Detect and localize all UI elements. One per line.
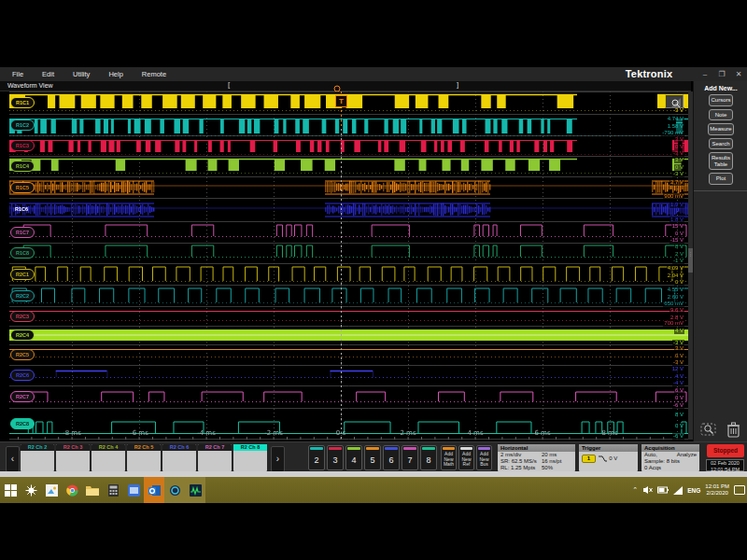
battery-icon[interactable]: [657, 486, 669, 494]
minimize-icon[interactable]: –: [699, 67, 711, 81]
channel-badge-r2c6[interactable]: R2C6: [10, 370, 35, 381]
channel-tab-r2-ch-2[interactable]: R2 Ch 2: [21, 444, 54, 471]
windows-taskbar: ⌃ ENG 12:01 PM 2/2/2020: [0, 477, 747, 503]
taskbar-app-explorer[interactable]: [82, 477, 103, 503]
channel-button-2[interactable]: 2: [308, 445, 325, 470]
trash-icon[interactable]: [723, 421, 743, 438]
tabs-scroll-left-button[interactable]: ‹: [6, 446, 20, 472]
run-stop-button[interactable]: Stopped: [707, 444, 744, 457]
scale-label-r2c6: 12 V: [671, 366, 684, 372]
channel-badge-r1c1[interactable]: R1C1: [10, 97, 35, 108]
scale-label-r2c3: 9.6 V: [669, 307, 684, 314]
menu-file[interactable]: File: [4, 67, 32, 81]
scale-label-r2c1: 0 V: [674, 279, 684, 286]
button-add-new-ref[interactable]: AddNewRef: [458, 445, 474, 470]
close-icon[interactable]: ✕: [733, 67, 744, 81]
trigger-indicator[interactable]: T: [335, 95, 347, 107]
sidebar-buttons: CursorsNoteMeasureSearchResultsTablePlot: [694, 94, 747, 185]
taskbar-app-calculator[interactable]: [103, 477, 123, 503]
zoom-mode-icon[interactable]: [698, 421, 719, 438]
add-new-title: Add New...: [694, 85, 747, 91]
taskbar-app-blue-app[interactable]: [123, 477, 144, 503]
menu-utility[interactable]: Utility: [64, 67, 98, 81]
menu-edit[interactable]: Edit: [34, 67, 63, 81]
scale-label-r1c5: 2.7 V: [669, 179, 684, 186]
channel-tab-r2-ch-6[interactable]: R2 Ch 6: [162, 444, 196, 471]
tray-chevron-icon[interactable]: ⌃: [632, 486, 638, 494]
channel-button-3[interactable]: 3: [327, 445, 344, 470]
channel-badge-r1c8[interactable]: R1C8: [10, 247, 35, 259]
restore-icon[interactable]: ❐: [716, 67, 727, 81]
trigger-panel[interactable]: Trigger 1 0 V: [579, 444, 638, 471]
zoom-bracket-open[interactable]: [: [228, 80, 230, 90]
scale-label-r2c2: 2.60 V: [667, 294, 684, 301]
scale-label-r1c6: 1.9 V: [669, 202, 684, 208]
sidebar-button-plot[interactable]: Plot: [709, 173, 733, 185]
notification-center-icon[interactable]: [734, 485, 745, 495]
menu-remote[interactable]: Remote: [134, 67, 175, 81]
sidebar-button-results[interactable]: ResultsTable: [709, 152, 733, 170]
taskbar-app-sun[interactable]: [21, 477, 41, 503]
horizontal-row: 2 ms/div20 ms: [500, 452, 572, 458]
channel-badge-r2c4[interactable]: R2C4: [10, 329, 35, 341]
channel-tab-r2-ch-4[interactable]: R2 Ch 4: [92, 444, 125, 471]
taskbar-app-round-app[interactable]: [164, 477, 185, 503]
taskbar-clock[interactable]: 12:01 PM 2/2/2020: [705, 483, 729, 497]
horizontal-panel[interactable]: Horizontal 2 ms/div20 msSR: 62.5 MS/s16 …: [498, 444, 575, 471]
scale-label-r2c3: 700 mV: [663, 320, 684, 327]
channel-tab-r2-ch-3[interactable]: R2 Ch 3: [56, 444, 90, 471]
channel-badge-r1c7[interactable]: R1C7: [10, 227, 35, 238]
channel-badge-r2c8[interactable]: R2C8: [10, 418, 35, 429]
channel-button-6[interactable]: 6: [383, 445, 400, 470]
scale-label-r2c7: 6 V: [674, 387, 684, 394]
channel-badge-r1c5[interactable]: R1C5: [10, 182, 35, 193]
channel-badge-r1c6[interactable]: R1C6: [10, 204, 33, 214]
scale-label-r2c6: 4 V: [674, 373, 684, 380]
channel-badge-r2c5[interactable]: R2C5: [10, 349, 35, 360]
language-indicator[interactable]: ENG: [687, 487, 700, 494]
channel-badge-r2c3[interactable]: R2C3: [10, 311, 35, 322]
menu-bar: FileEditUtilityHelpRemote: [4, 67, 175, 81]
channel-button-5[interactable]: 5: [364, 445, 381, 470]
sidebar-button-search[interactable]: Search: [709, 138, 733, 150]
acquisition-panel[interactable]: Acquisition Auto,Analyze Sample: 8 bits …: [641, 444, 699, 471]
channel-button-8[interactable]: 8: [420, 445, 437, 470]
channel-badge-r1c3[interactable]: R1C3: [10, 140, 35, 151]
taskbar-app-chrome[interactable]: [62, 477, 82, 503]
button-add-new-math[interactable]: AddNewMath: [441, 445, 457, 470]
channel-button-4[interactable]: 4: [345, 445, 362, 470]
sidebar-button-note[interactable]: Note: [709, 109, 733, 121]
zoom-overview-icon[interactable]: [665, 94, 684, 108]
scale-label-r1c7: 0 V: [674, 231, 684, 237]
scale-label-r1c2: 4.74 V: [667, 116, 684, 122]
taskbar-app-start[interactable]: [0, 477, 21, 503]
channel-tab-r2-ch-8[interactable]: R2 Ch 8: [233, 444, 267, 471]
channel-badge-r2c2[interactable]: R2C2: [10, 290, 35, 301]
sidebar-button-cursors[interactable]: Cursors: [709, 94, 733, 106]
tabs-scroll-right-button[interactable]: ›: [271, 446, 285, 472]
trigger-source-badge: 1: [582, 455, 596, 463]
network-icon[interactable]: [673, 486, 683, 495]
taskbar-app-tekscope[interactable]: [185, 477, 205, 503]
sidebar-button-measure[interactable]: Measure: [708, 123, 733, 135]
scale-label-r2c2: 4.55 V: [667, 287, 684, 293]
scale-label-r2c4: 4 V: [674, 328, 684, 334]
channel-badge-r1c2[interactable]: R1C2: [10, 119, 35, 131]
zoom-bracket-close[interactable]: ]: [457, 80, 458, 90]
tab-waveform-view[interactable]: Waveform View: [7, 81, 53, 91]
channel-tab-r2-ch-7[interactable]: R2 Ch 7: [198, 444, 232, 471]
waveform-canvas[interactable]: [9, 91, 688, 440]
expansion-point-icon[interactable]: [332, 81, 342, 91]
menu-help[interactable]: Help: [100, 67, 131, 81]
taskbar-app-photos[interactable]: [41, 477, 62, 503]
plot-area[interactable]: T R1C1-3 VR1C24.74 V1.58 V-790 mVR1C33 V…: [9, 91, 688, 440]
channel-button-7[interactable]: 7: [402, 445, 418, 470]
channel-badge-r2c1[interactable]: R2C1: [10, 269, 35, 280]
taskbar-app-outlook[interactable]: [144, 477, 164, 503]
channel-tab-r2-ch-5[interactable]: R2 Ch 5: [127, 444, 161, 471]
volume-muted-icon[interactable]: [642, 485, 653, 495]
channel-badge-r1c4[interactable]: R1C4: [10, 161, 35, 172]
datetime-display: 02 Feb 2020 12:01:54 PM: [706, 459, 744, 471]
button-add-new-bus[interactable]: AddNewBus: [476, 445, 492, 470]
channel-badge-r2c7[interactable]: R2C7: [10, 391, 35, 402]
